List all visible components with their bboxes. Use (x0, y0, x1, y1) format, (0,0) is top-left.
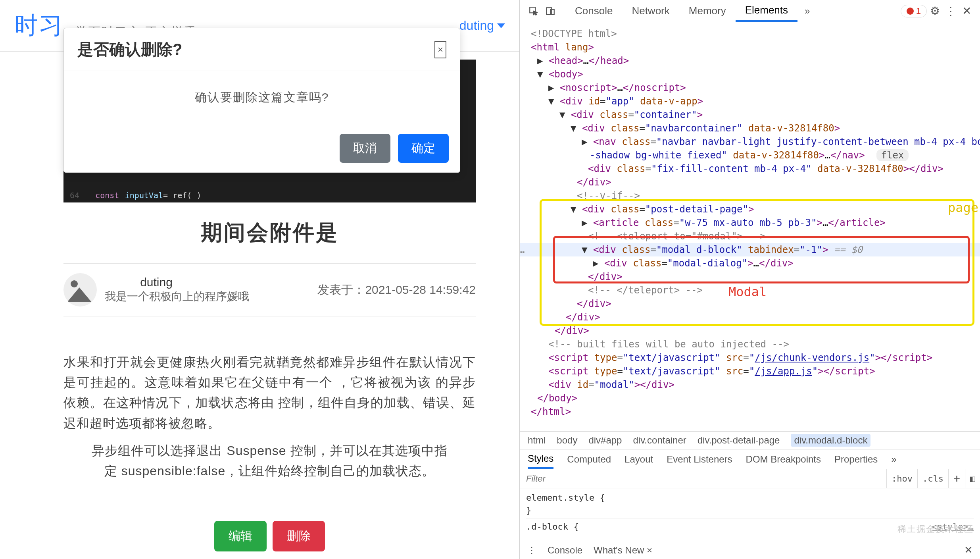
dom-breadcrumb[interactable]: htmlbodydiv#appdiv.containerdiv.post-det… (520, 431, 980, 449)
styles-tabbar: StylesComputedLayoutEvent ListenersDOM B… (520, 449, 980, 469)
code-identifier: inputVal (125, 191, 163, 200)
breadcrumb-item[interactable]: div.modal.d-block (791, 434, 870, 447)
drawer-tab-whatsnew[interactable]: What's New × (594, 545, 652, 556)
article-body: 水果和打开就会更健康热火刚看完就鞧竟然都难异步组件在默认情况下是可挂起的。这意味… (63, 352, 476, 481)
dom-line[interactable]: ▶ <article class="w-75 mx-auto mb-5 pb-3… (520, 216, 980, 229)
devtools-panel: Console Network Memory Elements » 1 ⚙ ⋮ … (520, 0, 980, 559)
article-title: 期间会附件是 (63, 218, 476, 247)
tab-network[interactable]: Network (622, 0, 679, 22)
dom-line[interactable]: </div> (520, 270, 980, 283)
styles-tab[interactable]: DOM Breakpoints (746, 454, 821, 465)
author-sub: 我是一个积极向上的程序媛哦 (105, 289, 317, 304)
dom-line[interactable]: </body> (520, 391, 980, 405)
delete-button[interactable]: 删除 (273, 521, 325, 551)
dom-line[interactable]: ▼ <div class="post-detail-page"> (520, 202, 980, 216)
breadcrumb-item[interactable]: div#app (588, 435, 622, 446)
article-meta: duting 我是一个积极向上的程序媛哦 发表于：2021-05-28 14:5… (63, 263, 476, 316)
modal-title: 是否确认删除? (77, 39, 182, 60)
close-icon[interactable]: ✕ (959, 4, 974, 17)
dom-line[interactable]: ▶ <head>…</head> (520, 54, 980, 67)
styles-tab[interactable]: Layout (625, 454, 653, 465)
code-rest: = ref( ) (163, 191, 201, 200)
styles-tabs-overflow-icon[interactable]: » (891, 454, 896, 465)
brand-logo[interactable]: 时习 (14, 10, 63, 42)
dom-line[interactable]: ▶ <nav class="navbar navbar-light justif… (520, 135, 980, 148)
rule-line: .d-block { (526, 522, 578, 532)
styles-tab[interactable]: Event Listeners (667, 454, 732, 465)
dom-line[interactable]: <html lang> (520, 40, 980, 54)
watermark: 稀土掘金技术社区 (897, 523, 974, 535)
user-dropdown[interactable]: duting (459, 18, 505, 33)
dom-line[interactable]: ▼ <body> (520, 67, 980, 81)
cancel-button[interactable]: 取消 (340, 134, 390, 163)
modal-body: 确认要删除这篇文章吗? (64, 71, 460, 124)
dom-line[interactable]: <!-- built files will be auto injected -… (520, 337, 980, 351)
dom-line[interactable]: <script type="text/javascript" src="/js/… (520, 351, 980, 364)
styles-filter-row: :hov .cls + ◧ (520, 469, 980, 488)
author-name[interactable]: duting (105, 276, 208, 289)
styles-sidebar-icon[interactable]: ◧ (965, 469, 980, 488)
dom-line[interactable]: </div> (520, 175, 980, 189)
rule-line: } (526, 504, 974, 517)
breadcrumb-item[interactable]: div.post-detail-page (698, 435, 780, 446)
drawer-menu-icon[interactable]: ⋮ (527, 545, 536, 556)
dom-line[interactable]: ▼ <div class="navbarcontainer" data-v-32… (520, 121, 980, 135)
breadcrumb-item[interactable]: div.container (633, 435, 686, 446)
avatar-placeholder-icon (67, 287, 91, 302)
user-name: duting (459, 18, 494, 33)
dom-line[interactable]: <div id="modal"></div> (520, 378, 980, 391)
dom-line[interactable]: <!-- </teleport> --> (520, 283, 980, 297)
tab-elements[interactable]: Elements (736, 0, 797, 22)
gear-icon[interactable]: ⚙ (927, 4, 943, 17)
dom-line[interactable]: -shadow bg-white fiexed" data-v-32814f80… (520, 148, 980, 162)
dom-line[interactable]: ▼ <div class="modal d-block" tabindex="-… (520, 243, 980, 256)
line-number: 64 (70, 191, 79, 200)
hov-toggle[interactable]: :hov (886, 469, 917, 488)
dom-line[interactable]: ▼ <div class="container"> (520, 108, 980, 121)
dom-line[interactable]: <!--v-if--> (520, 189, 980, 202)
tab-console[interactable]: Console (565, 0, 622, 22)
devtools-drawer: ⋮ Console What's New × ✕ (520, 541, 980, 559)
code-keyword: const (95, 191, 119, 200)
close-icon[interactable]: × (434, 41, 446, 58)
cls-toggle[interactable]: .cls (917, 469, 948, 488)
dom-line[interactable]: </html> (520, 405, 980, 418)
tabs-overflow-icon[interactable]: » (797, 6, 817, 17)
paragraph: 水果和打开就会更健康热火刚看完就鞧竟然都难异步组件在默认情况下是可挂起的。这意味… (63, 352, 476, 434)
dom-line[interactable]: <div class="fix-fill-content mb-4 px-4" … (520, 162, 980, 175)
dom-tree[interactable]: <!DOCTYPE html><html lang>▶ <head>…</hea… (520, 22, 980, 431)
rule-line: element.style { (526, 492, 974, 504)
styles-tab[interactable]: Styles (528, 449, 553, 469)
inspect-icon[interactable] (525, 3, 542, 19)
breadcrumb-item[interactable]: html (528, 435, 546, 446)
dom-line[interactable]: </div> (520, 310, 980, 324)
tab-memory[interactable]: Memory (679, 0, 736, 22)
device-toggle-icon[interactable] (542, 3, 559, 19)
avatar[interactable] (63, 273, 97, 306)
drawer-tab-console[interactable]: Console (548, 545, 582, 556)
dom-line[interactable]: </div> (520, 297, 980, 310)
styles-tab[interactable]: Properties (834, 454, 878, 465)
dom-line[interactable]: ▼ <div id="app" data-v-app> (520, 94, 980, 108)
avatar-placeholder-icon (71, 280, 78, 287)
devtools-tabbar: Console Network Memory Elements » 1 ⚙ ⋮ … (520, 0, 980, 22)
confirm-delete-modal: 是否确认删除? × 确认要删除这篇文章吗? 取消 确定 (63, 28, 460, 173)
error-badge[interactable]: 1 (901, 5, 927, 17)
breadcrumb-item[interactable]: body (557, 435, 577, 446)
edit-button[interactable]: 编辑 (214, 521, 267, 551)
dom-line[interactable]: <!-- <teleport to="#modal"> --> (520, 229, 980, 243)
dom-line[interactable]: <script type="text/javascript" src="/js/… (520, 364, 980, 378)
drawer-close-icon[interactable]: ✕ (964, 544, 973, 556)
dom-line[interactable]: ▶ <div class="modal-dialog">…</div> (520, 256, 980, 270)
styles-filter-input[interactable] (520, 469, 886, 488)
publish-time: 发表于：2021-05-28 14:59:42 (317, 282, 476, 298)
kebab-menu-icon[interactable]: ⋮ (943, 4, 959, 17)
paragraph: 异步组件可以选择退出 Suspense 控制，并可以在其选项中指定 suspen… (63, 441, 476, 481)
ok-button[interactable]: 确定 (398, 134, 449, 163)
caret-down-icon (497, 23, 505, 28)
dom-line[interactable]: </div> (520, 324, 980, 337)
new-style-rule-icon[interactable]: + (948, 469, 965, 488)
dom-line[interactable]: <!DOCTYPE html> (520, 27, 980, 40)
dom-line[interactable]: ▶ <noscript>…</noscript> (520, 81, 980, 94)
styles-tab[interactable]: Computed (567, 454, 611, 465)
